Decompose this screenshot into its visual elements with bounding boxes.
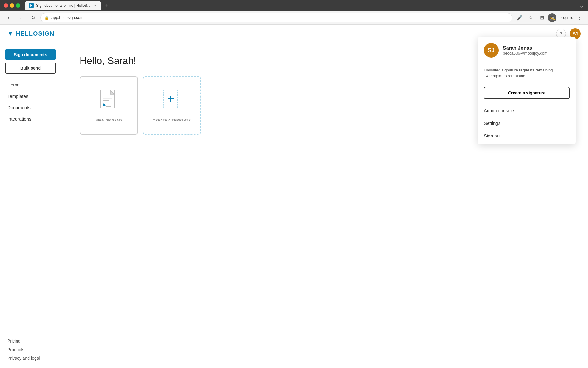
create-signature-button[interactable]: Create a signature (484, 87, 570, 99)
dropdown-stats: Unlimited signature requests remaining 1… (478, 64, 576, 83)
signature-requests-stat: Unlimited signature requests remaining (484, 68, 570, 72)
forward-button[interactable]: › (16, 13, 26, 23)
incognito-label: Incognito (558, 16, 573, 20)
templates-remaining-stat: 14 templates remaining (484, 74, 570, 78)
dropdown-user-email: becca606@moodjoy.com (503, 51, 548, 56)
refresh-button[interactable]: ↻ (28, 13, 38, 23)
settings-menu-item[interactable]: Settings (478, 117, 576, 129)
dropdown-user-details: Sarah Jonas becca606@moodjoy.com (503, 45, 548, 56)
sidebar-item-templates-label: Templates (7, 94, 28, 99)
tab-bar: H Sign documents online | HelloS... × + (25, 1, 577, 10)
sidebar-item-home[interactable]: Home (5, 80, 56, 90)
create-template-label: CREATE A TEMPLATE (153, 118, 191, 122)
back-button[interactable]: ‹ (4, 13, 13, 23)
incognito-icon: 🕵 (548, 13, 556, 22)
url-text: app.hellosign.com (51, 15, 84, 20)
sidebar-item-documents-label: Documents (7, 105, 31, 110)
close-window-btn[interactable] (4, 3, 8, 8)
sign-documents-button[interactable]: Sign documents (5, 49, 56, 60)
active-tab[interactable]: H Sign documents online | HelloS... × (25, 1, 101, 10)
hellosign-logo: ▼ HELLOSIGN (7, 30, 54, 37)
privacy-link[interactable]: Privacy and legal (5, 355, 56, 362)
sidebar-item-templates[interactable]: Templates (5, 91, 56, 101)
incognito-badge: 🕵 Incognito (548, 13, 573, 22)
user-initials: SJ (572, 31, 578, 36)
new-tab-button[interactable]: + (103, 2, 111, 10)
address-bar[interactable]: 🔒 app.hellosign.com (40, 13, 512, 22)
sign-doc-icon (98, 89, 119, 113)
template-icon (161, 89, 183, 113)
sidebar-bottom: Pricing Products Privacy and legal (5, 337, 56, 362)
create-template-card[interactable]: CREATE A TEMPLATE (143, 76, 201, 135)
help-icon: ? (560, 31, 562, 36)
sign-out-menu-item[interactable]: Sign out (478, 129, 576, 142)
profile-icon[interactable]: ⊟ (537, 13, 547, 23)
pricing-link[interactable]: Pricing (5, 337, 56, 345)
traffic-lights (4, 3, 20, 8)
maximize-window-btn[interactable] (16, 3, 20, 8)
tab-title: Sign documents online | HelloS... (36, 3, 90, 8)
sidebar-item-home-label: Home (7, 82, 20, 87)
bulk-send-button[interactable]: Bulk send (5, 63, 56, 74)
tab-favicon: H (29, 3, 34, 8)
tab-close-btn[interactable]: × (93, 3, 98, 8)
user-dropdown: SJ Sarah Jonas becca606@moodjoy.com Unli… (478, 37, 576, 144)
sidebar-item-integrations-label: Integrations (7, 116, 31, 121)
cast-icon[interactable]: 🎤 (515, 13, 525, 23)
logo-text: HELLOSIGN (16, 30, 55, 37)
dropdown-divider (478, 103, 576, 103)
dropdown-avatar: SJ (484, 43, 499, 58)
products-link[interactable]: Products (5, 346, 56, 353)
sidebar-item-documents[interactable]: Documents (5, 102, 56, 113)
minimize-window-btn[interactable] (10, 3, 14, 8)
sign-or-send-card[interactable]: SIGN OR SEND (80, 76, 138, 135)
browser-chrome: H Sign documents online | HelloS... × + … (0, 0, 588, 25)
dropdown-user-info: SJ Sarah Jonas becca606@moodjoy.com (478, 43, 576, 63)
sidebar: Sign documents Bulk send Home Templates … (0, 43, 61, 368)
admin-console-menu-item[interactable]: Admin console (478, 104, 576, 117)
more-button[interactable]: ⋮ (575, 13, 584, 23)
browser-toolbar: ‹ › ↻ 🔒 app.hellosign.com 🎤 ☆ ⊟ 🕵 Incogn… (0, 11, 588, 25)
sign-or-send-label: SIGN OR SEND (96, 118, 122, 122)
collapse-btn[interactable]: ⌄ (579, 2, 584, 9)
bookmark-icon[interactable]: ☆ (526, 13, 536, 23)
lock-icon: 🔒 (44, 16, 49, 20)
logo-mark-icon: ▼ (7, 30, 13, 37)
dropdown-user-name: Sarah Jonas (503, 45, 548, 51)
toolbar-actions: 🎤 ☆ ⊟ 🕵 Incognito ⋮ (515, 13, 584, 23)
sidebar-top: Sign documents Bulk send Home Templates … (5, 49, 56, 124)
browser-titlebar: H Sign documents online | HelloS... × + … (0, 0, 588, 11)
sidebar-item-integrations[interactable]: Integrations (5, 114, 56, 124)
